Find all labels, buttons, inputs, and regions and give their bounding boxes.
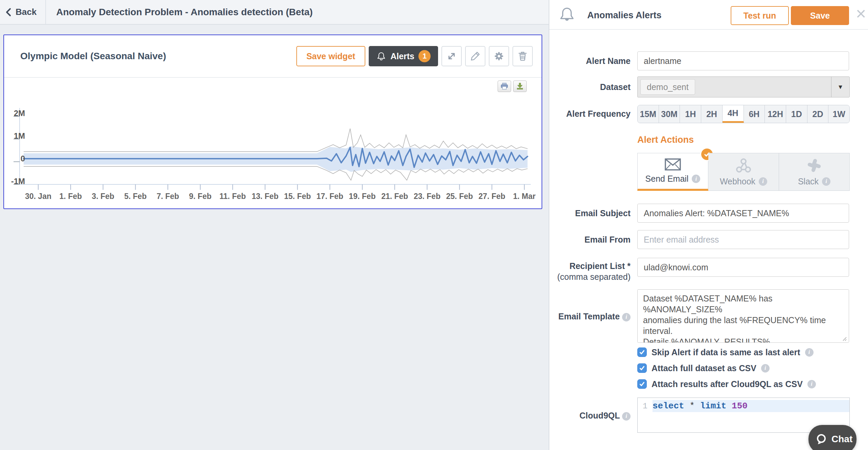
x-tick-label: 23. Feb [414,192,440,201]
chat-button[interactable]: Chat [808,425,856,450]
x-tick-label: 11. Feb [220,192,246,201]
dataset-select[interactable]: demo_sent ▼ [637,76,850,97]
send-email-info-icon[interactable]: i [692,175,700,183]
skip-alert-checkbox[interactable] [637,347,647,357]
widget-header: Olympic Model (Seasonal Naive) Save widg… [4,35,542,78]
recipient-list-input[interactable] [637,258,849,277]
frequency-option-2h[interactable]: 2H [701,105,723,123]
attach-dataset-info-icon[interactable]: i [761,364,770,373]
alert-frequency-label: Alert Frequency [549,109,631,119]
slack-icon [806,158,822,173]
frequency-option-1d[interactable]: 1D [786,105,807,123]
y-tick-label: 1M [14,131,25,140]
sql-number: 150 [732,401,748,411]
gear-icon [493,50,505,62]
frequency-option-30m[interactable]: 30M [659,105,680,123]
frequency-option-2d[interactable]: 2D [807,105,829,123]
code-text: select * limit 150 [653,401,748,411]
frequency-option-1w[interactable]: 1W [828,105,849,123]
slack-label-row: Slack i [798,177,830,186]
email-template-textarea[interactable]: Dataset %DATASET_NAME% has %ANOMALY_SIZE… [637,289,849,343]
chat-bubble-icon [815,433,827,445]
anomaly-chart[interactable]: 2M1M0-1M30. Jan1. Feb3. Feb5. Feb7. Feb9… [8,83,539,204]
resize-handle-icon[interactable] [842,337,847,341]
cloud9ql-info-icon[interactable]: i [622,412,631,421]
back-button[interactable]: Back [0,0,45,24]
frequency-option-12h[interactable]: 12H [765,105,786,123]
alerts-label: Alerts [390,51,414,61]
alert-actions-heading: Alert Actions [637,135,694,145]
alert-name-label: Alert Name [549,56,631,66]
x-tick-label: 25. Feb [446,192,473,201]
alert-name-input[interactable] [637,51,849,70]
save-button[interactable]: Save [791,6,849,25]
panel-title: Anomalies Alerts [587,10,662,21]
recipient-list-label: Recipient List * [549,261,631,271]
test-run-button[interactable]: Test run [731,6,789,25]
send-email-label: Send Email [645,174,689,184]
x-tick-label: 21. Feb [381,192,408,201]
slack-card[interactable]: Slack i [779,153,850,191]
webhook-icon [735,158,752,173]
back-label: Back [16,7,37,17]
sql-keyword-limit: limit [700,401,726,411]
webhook-card[interactable]: Webhook i [708,153,779,191]
dataset-chip: demo_sent [640,79,695,95]
top-bar: Back Anomaly Detection Problem - Anomali… [0,0,549,25]
skip-alert-info-icon[interactable]: i [805,348,814,357]
attach-dataset-label: Attach full dataset as CSV [652,363,756,373]
alert-frequency-group: 15M 30M 1H 2H 4H 6H 12H 1D 2D 1W [637,105,850,123]
attach-dataset-checkbox[interactable] [637,363,647,373]
x-tick-label: 7. Feb [157,192,179,201]
x-tick-label: 1. Mar [513,192,536,201]
x-tick-label: 13. Feb [252,192,278,201]
frequency-option-6h[interactable]: 6H [744,105,765,123]
settings-widget-button[interactable] [489,46,509,66]
trash-icon [517,50,528,62]
email-icon [665,158,681,171]
y-tick-label: 0 [21,154,25,163]
send-email-card[interactable]: Send Email i [637,153,708,191]
cloud9ql-label-text: Cloud9QL [579,411,620,420]
sql-keyword-select: select [653,401,684,411]
widget-toolbar: Save widget Alerts 1 [296,46,533,66]
attach-results-label: Attach results after Cloud9QL as CSV [652,379,803,389]
frequency-option-15m[interactable]: 15M [638,105,659,123]
email-template-label: Email Template i [549,312,631,321]
alerts-count-badge: 1 [418,50,431,62]
delete-widget-button[interactable] [512,46,533,66]
bell-icon [376,51,386,62]
edit-widget-button[interactable] [465,46,485,66]
x-tick-label: 15. Feb [284,192,311,201]
webhook-label-row: Webhook i [720,177,767,186]
attach-results-info-icon[interactable]: i [807,380,816,388]
recipient-list-sublabel: (comma separated) [549,272,631,282]
attach-dataset-row: Attach full dataset as CSV i [637,363,770,373]
widget-panel[interactable]: Olympic Model (Seasonal Naive) Save widg… [3,35,542,209]
save-widget-button[interactable]: Save widget [296,46,366,66]
back-chevron-icon [5,7,12,17]
slack-info-icon[interactable]: i [822,177,830,186]
expand-widget-button[interactable] [441,46,462,66]
email-from-input[interactable] [637,230,849,249]
frequency-option-4h-selected[interactable]: 4H [723,105,744,123]
x-tick-label: 17. Feb [317,192,343,201]
webhook-label: Webhook [720,177,755,186]
frequency-option-1h[interactable]: 1H [680,105,701,123]
alerts-button[interactable]: Alerts 1 [369,46,438,66]
dataset-label: Dataset [549,82,631,92]
send-email-label-row: Send Email i [645,174,701,184]
email-subject-input[interactable] [637,204,849,223]
x-tick-label: 3. Feb [92,192,114,201]
close-panel-icon[interactable]: × [856,5,866,22]
pencil-icon [470,50,481,62]
webhook-info-icon[interactable]: i [759,177,767,186]
sql-star: * [684,401,700,411]
email-subject-label: Email Subject [549,208,631,218]
panel-header: Anomalies Alerts Test run Save × [549,0,868,30]
attach-results-checkbox[interactable] [637,379,647,389]
slack-label: Slack [798,177,819,186]
email-template-label-text: Email Template [558,312,620,321]
dataset-dropdown-arrow-icon[interactable]: ▼ [831,77,849,97]
email-template-info-icon[interactable]: i [622,313,631,321]
